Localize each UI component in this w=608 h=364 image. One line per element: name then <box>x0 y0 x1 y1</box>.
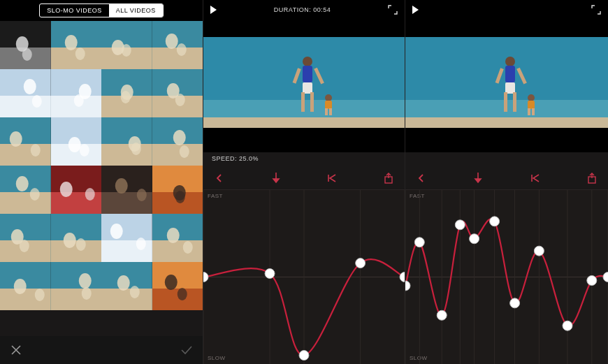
tab-slomo-videos[interactable]: SLO-MO VIDEOS <box>40 4 109 17</box>
share-icon[interactable] <box>586 172 598 184</box>
curve-control-point[interactable] <box>414 238 424 247</box>
svg-point-71 <box>75 238 85 251</box>
to-start-icon[interactable] <box>326 172 338 184</box>
video-thumb[interactable] <box>152 262 203 310</box>
back-icon[interactable] <box>415 172 428 184</box>
svg-point-87 <box>81 287 91 300</box>
playhead-icon[interactable] <box>270 172 282 184</box>
video-thumb[interactable] <box>0 69 51 117</box>
play-icon[interactable] <box>210 6 217 14</box>
svg-point-34 <box>10 131 22 147</box>
video-thumb[interactable] <box>152 214 203 262</box>
svg-point-78 <box>166 228 179 243</box>
to-start-icon[interactable] <box>529 172 542 184</box>
curve-control-point[interactable] <box>470 234 479 244</box>
svg-point-95 <box>177 288 187 300</box>
video-preview[interactable] <box>203 20 405 152</box>
curve-control-point[interactable] <box>490 217 500 226</box>
video-thumb[interactable] <box>0 262 51 310</box>
video-thumb[interactable] <box>0 117 51 166</box>
svg-rect-45 <box>152 144 203 166</box>
expand-icon[interactable] <box>591 5 601 15</box>
video-thumb[interactable] <box>152 21 203 69</box>
tab-all-videos[interactable]: ALL VIDEOS <box>109 4 163 17</box>
video-thumb[interactable] <box>51 117 102 166</box>
expand-icon[interactable] <box>388 5 398 15</box>
curve-control-point[interactable] <box>437 310 447 320</box>
svg-rect-125 <box>504 92 507 112</box>
video-thumb[interactable] <box>0 214 51 262</box>
speed-curve-editor[interactable]: FAST SLOW <box>203 190 405 364</box>
svg-point-122 <box>505 57 515 66</box>
curve-control-point[interactable] <box>603 272 608 282</box>
curve-control-point[interactable] <box>400 272 405 282</box>
curve-control-point[interactable] <box>299 351 309 361</box>
svg-point-94 <box>164 275 177 290</box>
video-thumb[interactable] <box>101 117 152 166</box>
video-thumb[interactable] <box>101 69 152 117</box>
curve-control-point[interactable] <box>534 246 544 256</box>
video-thumb[interactable] <box>152 117 203 166</box>
play-icon[interactable] <box>412 6 419 14</box>
editor-topbar: DURATION: 00:54 <box>203 0 405 20</box>
video-thumb[interactable] <box>0 166 51 214</box>
svg-point-35 <box>31 144 41 156</box>
gallery-bottom-bar <box>0 336 203 364</box>
editor-pane-2: FAST SLOW <box>405 0 608 364</box>
svg-point-54 <box>59 182 72 197</box>
video-thumb[interactable] <box>51 69 102 117</box>
svg-rect-123 <box>505 66 515 82</box>
svg-rect-124 <box>505 82 515 94</box>
svg-point-31 <box>175 94 184 106</box>
video-thumb[interactable] <box>51 262 102 310</box>
video-preview[interactable] <box>405 20 608 152</box>
video-thumb[interactable] <box>0 21 51 69</box>
curve-control-point[interactable] <box>203 272 208 282</box>
svg-rect-104 <box>310 92 314 112</box>
svg-point-91 <box>130 286 140 298</box>
svg-rect-102 <box>303 82 312 94</box>
svg-point-67 <box>20 240 29 252</box>
svg-point-50 <box>16 176 29 191</box>
close-icon[interactable] <box>10 344 22 356</box>
back-icon[interactable] <box>213 172 226 184</box>
svg-rect-49 <box>0 192 51 214</box>
video-thumb[interactable] <box>51 21 102 69</box>
video-thumb[interactable] <box>101 21 152 69</box>
svg-point-46 <box>173 130 185 145</box>
svg-point-43 <box>131 143 141 155</box>
speed-curve-editor[interactable]: FAST SLOW <box>405 190 608 364</box>
svg-point-75 <box>136 238 146 250</box>
video-thumb[interactable] <box>152 69 203 117</box>
curve-control-point[interactable] <box>510 298 520 308</box>
curve-control-point[interactable] <box>356 259 365 268</box>
svg-rect-110 <box>329 108 332 115</box>
video-thumb[interactable] <box>101 214 152 262</box>
duration-label: DURATION: 00:54 <box>217 6 388 13</box>
curve-control-point[interactable] <box>563 321 572 330</box>
video-thumb[interactable] <box>101 166 152 214</box>
curve-control-point[interactable] <box>455 220 465 230</box>
curve-control-point[interactable] <box>405 281 410 291</box>
video-thumb[interactable] <box>51 214 102 262</box>
svg-point-47 <box>179 145 189 158</box>
svg-point-59 <box>137 189 147 201</box>
editor-toolbar <box>405 166 608 190</box>
editor-pane-1: DURATION: 00:54 <box>203 0 405 364</box>
svg-point-3 <box>22 48 32 61</box>
svg-point-23 <box>73 94 83 107</box>
check-icon[interactable] <box>180 344 193 356</box>
video-thumb[interactable] <box>51 166 102 214</box>
svg-point-70 <box>63 233 75 248</box>
video-thumb[interactable] <box>101 262 152 310</box>
speed-label-empty <box>405 152 608 166</box>
svg-point-51 <box>30 188 40 201</box>
video-thumb[interactable] <box>152 166 203 214</box>
curve-control-point[interactable] <box>587 275 597 285</box>
svg-point-18 <box>24 79 36 94</box>
curve-control-point[interactable] <box>265 269 275 279</box>
playhead-icon[interactable] <box>472 172 484 184</box>
editor-topbar <box>405 0 608 20</box>
share-icon[interactable] <box>382 172 395 184</box>
svg-point-15 <box>176 43 186 56</box>
